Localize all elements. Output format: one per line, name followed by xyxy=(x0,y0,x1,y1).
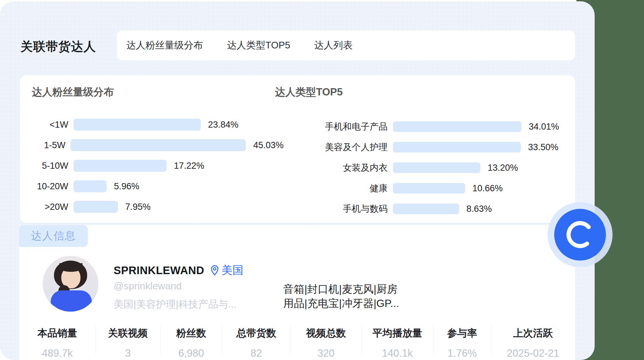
chart-bar-row: 美容及个人护理33.50% xyxy=(275,137,560,157)
stat-column: 本品销量489.7k xyxy=(19,325,95,359)
section-tabbar: 达人粉丝量级分布 达人类型TOP5 达人列表 xyxy=(117,30,575,60)
chart-bar-row: 1-5W45.03% xyxy=(32,135,284,155)
chart-value-label: 17.22% xyxy=(174,161,204,171)
stat-value: 3 xyxy=(125,347,131,359)
chart-bar xyxy=(74,160,167,172)
stat-value: 489.7k xyxy=(42,347,73,359)
stat-label: 关联视频 xyxy=(108,327,148,340)
stat-value: 320 xyxy=(317,347,335,359)
chart-bar-row: 女装及内衣13.20% xyxy=(275,157,560,178)
stat-label: 参与率 xyxy=(447,327,477,340)
stat-column: 参与率1.76% xyxy=(433,325,491,359)
creator-avatar xyxy=(43,256,98,312)
chart-bar xyxy=(71,139,246,151)
chart-bar xyxy=(393,162,480,173)
charts-card: 达人粉丝量级分布 <1W23.84%1-5W45.03%5-10W17.22%1… xyxy=(20,75,575,223)
chart-category-label: 女装及内衣 xyxy=(275,162,393,174)
chart-category-label: 5-10W xyxy=(32,161,74,171)
stat-value: 82 xyxy=(250,347,262,359)
chart-value-label: 8.63% xyxy=(466,204,492,214)
chart-category-label: >20W xyxy=(32,202,74,212)
creator-stats-row: 本品销量489.7k关联视频3粉丝数6,980总带货数82视频总数320平均播放… xyxy=(19,325,575,359)
chart-category-label: 10-20W xyxy=(32,181,74,192)
creator-type-chart-rows: 手机和电子产品34.01%美容及个人护理33.50%女装及内衣13.20%健康1… xyxy=(275,116,560,219)
chart-bar-row: <1W23.84% xyxy=(32,114,284,135)
stat-label: 本品销量 xyxy=(37,327,77,340)
stat-value: 6,980 xyxy=(178,347,204,359)
stat-label: 视频总数 xyxy=(306,327,346,340)
product-keywords-line1: 音箱|封口机|麦克风|厨房 xyxy=(283,282,399,296)
chart-category-label: 手机和电子产品 xyxy=(275,121,393,133)
stat-value: 140.1k xyxy=(382,347,413,359)
chart-bar-row: 手机与数码8.63% xyxy=(275,199,560,219)
stat-column: 平均播放量140.1k xyxy=(361,325,433,359)
stat-column: 总带货数82 xyxy=(222,325,291,359)
tab-type-top5[interactable]: 达人类型TOP5 xyxy=(227,39,290,52)
creator-name: SPRINKLEWAND xyxy=(114,264,204,277)
chart-value-label: 33.50% xyxy=(528,142,559,152)
stat-label: 总带货数 xyxy=(237,327,276,340)
chart-value-label: 10.66% xyxy=(472,183,503,194)
tab-creator-list[interactable]: 达人列表 xyxy=(314,39,352,52)
chart-value-label: 13.20% xyxy=(488,163,518,173)
chart-bar xyxy=(393,121,521,132)
chart-value-label: 7.95% xyxy=(125,202,151,212)
tab-fan-distribution[interactable]: 达人粉丝量级分布 xyxy=(126,39,203,52)
chart-bar-row: 10-20W5.96% xyxy=(32,176,284,197)
chart-bar xyxy=(393,204,459,214)
stat-column: 关联视频3 xyxy=(95,325,160,359)
stat-column: 粉丝数6,980 xyxy=(160,325,222,359)
avatar-fringe xyxy=(59,263,82,272)
chart-bar xyxy=(74,180,107,192)
creator-name-row: SPRINKLEWAND 美国 xyxy=(114,263,243,278)
stat-value: 1.76% xyxy=(448,347,477,359)
brand-logo[interactable] xyxy=(554,209,606,261)
page-title: 关联带货达人 xyxy=(21,38,96,55)
chart-value-label: 34.01% xyxy=(529,122,559,132)
fan-level-chart-rows: <1W23.84%1-5W45.03%5-10W17.22%10-20W5.96… xyxy=(32,114,284,217)
creator-info-card: SPRINKLEWAND 美国 @sprinklewand 美国|美容护理|科技… xyxy=(19,225,575,360)
creator-product-keywords: 音箱|封口机|麦克风|厨房 用品|充电宝|冲牙器|GP... xyxy=(283,282,399,311)
chart-category-label: 健康 xyxy=(275,182,393,194)
chart-category-label: 美容及个人护理 xyxy=(275,141,393,153)
creator-location: 美国 xyxy=(210,263,243,278)
chart-bar-row: >20W7.95% xyxy=(32,197,284,217)
chart-bar xyxy=(393,183,465,194)
chart-bar xyxy=(74,201,118,213)
creator-info-badge: 达人信息 xyxy=(19,225,88,247)
creator-type-chart-title: 达人类型TOP5 xyxy=(275,85,560,99)
stat-column: 视频总数320 xyxy=(291,325,361,359)
chart-bar-row: 5-10W17.22% xyxy=(32,155,284,176)
chart-category-label: 手机与数码 xyxy=(275,203,393,215)
chart-bar-row: 健康10.66% xyxy=(275,178,560,199)
chart-category-label: 1-5W xyxy=(32,140,71,150)
fan-level-chart: 达人粉丝量级分布 <1W23.84%1-5W45.03%5-10W17.22%1… xyxy=(32,85,284,217)
chart-value-label: 23.84% xyxy=(208,120,239,130)
creator-location-label: 美国 xyxy=(222,263,243,278)
location-pin-icon xyxy=(210,265,220,276)
product-keywords-line2: 用品|充电宝|冲牙器|GP... xyxy=(283,296,399,311)
chart-value-label: 5.96% xyxy=(114,181,139,192)
creator-type-chart: 达人类型TOP5 手机和电子产品34.01%美容及个人护理33.50%女装及内衣… xyxy=(275,85,560,219)
stat-label: 平均播放量 xyxy=(373,327,422,340)
chart-bar xyxy=(74,119,201,131)
creator-tags: 美国|美容护理|科技产品与... xyxy=(114,298,237,311)
stat-label: 粉丝数 xyxy=(176,327,206,340)
chart-bar xyxy=(393,142,521,152)
fan-level-chart-title: 达人粉丝量级分布 xyxy=(32,85,284,99)
chart-bar-row: 手机和电子产品34.01% xyxy=(275,116,560,137)
stat-label: 上次活跃 xyxy=(513,327,553,340)
brand-logo-swoosh-icon xyxy=(564,219,596,251)
creator-handle: @sprinklewand xyxy=(114,280,182,292)
chart-category-label: <1W xyxy=(32,120,74,130)
stat-value: 2025-02-21 xyxy=(507,347,560,359)
stat-column: 上次活跃2025-02-21 xyxy=(491,325,575,359)
avatar-sweater xyxy=(51,290,92,312)
analytics-page: 关联带货达人 达人粉丝量级分布 达人类型TOP5 达人列表 达人粉丝量级分布 <… xyxy=(0,1,595,360)
